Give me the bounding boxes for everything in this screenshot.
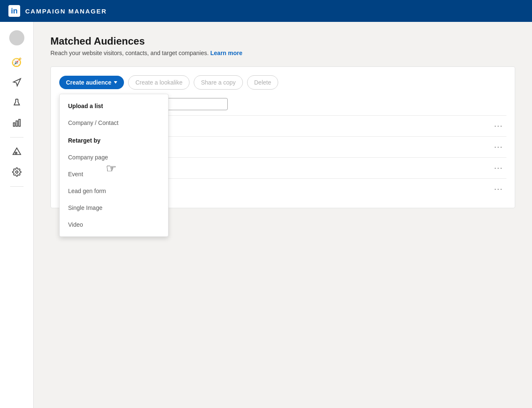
- sidebar-item-explore[interactable]: 🧭: [8, 54, 25, 71]
- row-more-2[interactable]: ···: [491, 143, 506, 151]
- page-title: Matched Audiences: [50, 35, 515, 47]
- dropdown-item-upload-list[interactable]: Upload a list: [60, 98, 168, 114]
- create-audience-dropdown: Upload a list Company / Contact Retarget…: [59, 94, 169, 237]
- sidebar-divider-1: [10, 137, 24, 138]
- nav-title: CAMPAIGN MANAGER: [25, 8, 107, 15]
- dropdown-item-video[interactable]: Video: [60, 216, 168, 233]
- svg-rect-1: [16, 121, 18, 126]
- svg-point-5: [16, 171, 18, 173]
- sidebar-item-analytics[interactable]: [8, 114, 25, 131]
- sidebar-item-lab[interactable]: [8, 94, 25, 111]
- row-more-1[interactable]: ···: [491, 122, 506, 130]
- svg-rect-0: [13, 123, 15, 126]
- top-nav: in CAMPAIGN MANAGER: [0, 0, 532, 22]
- delete-button[interactable]: Delete: [247, 75, 278, 90]
- linkedin-logo: in: [8, 5, 20, 17]
- dropdown-item-company-contact[interactable]: Company / Contact: [60, 114, 168, 131]
- sidebar-divider-2: [10, 186, 24, 187]
- avatar: [9, 30, 24, 45]
- sidebar-item-audiences[interactable]: [8, 143, 25, 160]
- create-lookalike-button[interactable]: Create a lookalike: [128, 75, 190, 90]
- dropdown-item-event[interactable]: Event: [60, 166, 168, 183]
- dropdown-item-single-image[interactable]: Single Image: [60, 199, 168, 216]
- create-audience-button[interactable]: Create audience: [59, 76, 124, 89]
- row-more-4[interactable]: ···: [491, 185, 506, 193]
- share-copy-button[interactable]: Share a copy: [194, 75, 243, 90]
- chevron-down-icon: [114, 81, 117, 84]
- sidebar: 🧭: [0, 22, 34, 408]
- svg-rect-4: [15, 152, 17, 154]
- toolbar: Create audience Create a lookalike Share…: [59, 75, 506, 90]
- page-subtitle: Reach your website visitors, contacts, a…: [50, 50, 515, 56]
- learn-more-link[interactable]: Learn more: [211, 50, 242, 56]
- main-content: Matched Audiences Reach your website vis…: [34, 22, 532, 408]
- row-more-3[interactable]: ···: [491, 164, 506, 172]
- dropdown-retarget-header: Retarget by: [60, 131, 168, 149]
- dropdown-item-company-page[interactable]: Company page: [60, 149, 168, 166]
- svg-rect-2: [18, 119, 20, 127]
- sidebar-item-settings[interactable]: [8, 164, 25, 180]
- sidebar-item-campaigns[interactable]: [8, 74, 25, 91]
- content-panel: Create audience Create a lookalike Share…: [50, 66, 515, 208]
- dropdown-item-lead-gen[interactable]: Lead gen form: [60, 183, 168, 199]
